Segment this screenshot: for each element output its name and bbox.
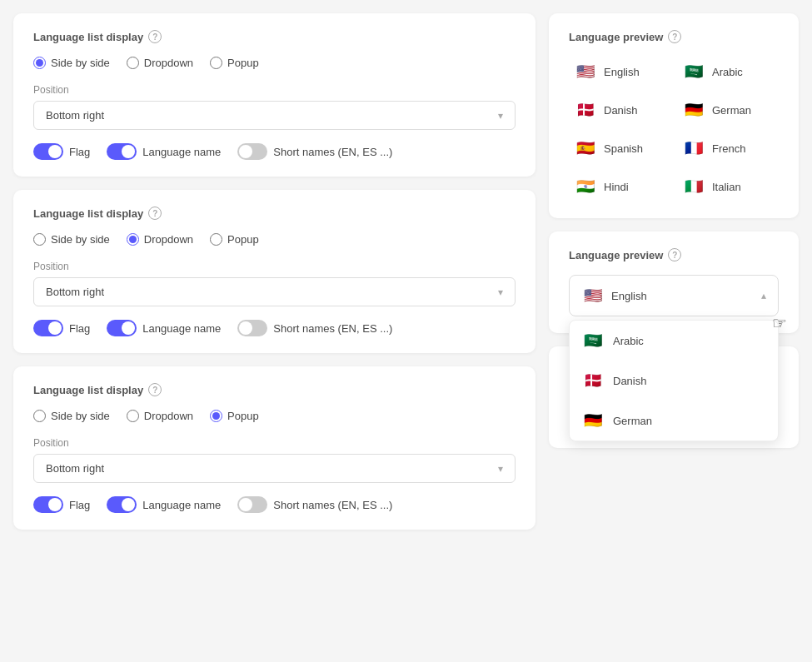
panel2-title-text: Language list display [33, 207, 143, 220]
list-item[interactable]: 🇮🇳 Hindi [569, 172, 670, 202]
preview1-title-text: Language preview [569, 31, 663, 43]
panel2-radio-popup[interactable]: Popup [210, 233, 259, 246]
panel2-chevron-icon: ▾ [498, 286, 503, 298]
english-flag: 🇺🇸 [574, 60, 597, 83]
panel3-radio-dropdown[interactable]: Dropdown [127, 410, 193, 422]
panel1-radio-side-by-side[interactable]: Side by side [33, 57, 110, 69]
preview1-lang-grid: 🇺🇸 English 🇸🇦 Arabic 🇩🇰 Danish 🇩🇪 German [569, 57, 779, 202]
french-flag: 🇫🇷 [682, 137, 705, 160]
preview-side-by-side: Language preview ? 🇺🇸 English 🇸🇦 Arabic … [549, 13, 799, 218]
panel3-position-select[interactable]: Bottom right ▾ [33, 454, 516, 483]
panel2-radio-group: Side by side Dropdown Popup [33, 233, 516, 246]
cursor-pointer: ☞ [772, 313, 787, 333]
list-item[interactable]: 🇩🇪 German [570, 401, 778, 441]
list-item[interactable]: 🇺🇸 English [569, 57, 670, 87]
panel1-radio-dropdown[interactable]: Dropdown [127, 57, 193, 69]
panel3-radio-popup[interactable]: Popup [210, 410, 259, 422]
preview2-title: Language preview ? [569, 248, 779, 261]
panel1-toggle-row: Flag Language name Short names (EN, ES .… [33, 143, 516, 160]
preview2-selected-flag: 🇺🇸 [581, 284, 605, 307]
list-item[interactable]: 🇩🇰 Danish [569, 95, 670, 125]
panel1-flag-switch[interactable] [33, 143, 63, 160]
panel1-shortnames-toggle[interactable]: Short names (EN, ES ...) [237, 143, 392, 160]
panel2-flag-toggle[interactable]: Flag [33, 320, 90, 336]
panel1-langname-switch[interactable] [107, 143, 137, 160]
italian-flag: 🇮🇹 [682, 175, 705, 198]
panel3-radio-side-by-side[interactable]: Side by side [33, 410, 110, 422]
panel3-toggle-row: Flag Language name Short names (EN, ES .… [33, 496, 516, 513]
panel-side-by-side: Language list display ? Side by side Dro… [13, 13, 536, 177]
panel3-title: Language list display ? [33, 383, 516, 396]
panel-popup: Language list display ? Side by side Dro… [13, 366, 536, 530]
preview2-title-text: Language preview [569, 249, 663, 261]
panel1-title-text: Language list display [33, 31, 143, 43]
list-item[interactable]: 🇫🇷 French [677, 133, 779, 163]
panel3-title-text: Language list display [33, 384, 143, 396]
panel1-help-icon[interactable]: ? [148, 30, 162, 43]
panel3-flag-toggle[interactable]: Flag [33, 496, 90, 513]
list-item[interactable]: 🇮🇹 Italian [677, 172, 779, 202]
panel3-radio-group: Side by side Dropdown Popup [33, 410, 516, 422]
panel2-shortnames-switch[interactable] [237, 320, 267, 336]
preview-dropdown: Language preview ? 🇺🇸 English ▴ ☞ 🇸🇦 [549, 231, 799, 333]
panel3-chevron-icon: ▾ [498, 463, 503, 475]
preview2-dropdown: 🇺🇸 English ▴ ☞ 🇸🇦 Arabic 🇩🇰 Danish [569, 275, 779, 316]
panel3-langname-switch[interactable] [107, 496, 137, 513]
list-item[interactable]: 🇪🇸 Spanish [569, 133, 670, 163]
list-item[interactable]: 🇩🇰 Danish [570, 361, 778, 401]
panel2-langname-toggle[interactable]: Language name [107, 320, 221, 336]
panel2-position-label: Position [33, 261, 516, 272]
list-item[interactable]: 🇸🇦 Arabic [677, 57, 779, 87]
panel2-title: Language list display ? [33, 207, 516, 220]
list-item[interactable]: 🇩🇪 German [677, 95, 779, 125]
panel2-flag-switch[interactable] [33, 320, 63, 336]
preview2-chevron-icon: ▴ [761, 290, 766, 301]
panel1-position-label: Position [33, 84, 516, 96]
panel3-shortnames-switch[interactable] [237, 496, 267, 513]
panel2-langname-switch[interactable] [107, 320, 137, 336]
hindi-flag: 🇮🇳 [574, 175, 597, 198]
panel2-radio-dropdown[interactable]: Dropdown [127, 233, 193, 246]
panel1-flag-toggle[interactable]: Flag [33, 143, 90, 160]
dropdown-menu: 🇸🇦 Arabic 🇩🇰 Danish 🇩🇪 German [569, 320, 779, 441]
panel2-radio-side-by-side[interactable]: Side by side [33, 233, 110, 246]
panel3-help-icon[interactable]: ? [148, 383, 162, 396]
panel1-langname-toggle[interactable]: Language name [107, 143, 221, 160]
panel3-position-label: Position [33, 437, 516, 449]
panel1-radio-popup[interactable]: Popup [210, 57, 259, 69]
preview2-help-icon[interactable]: ? [668, 248, 681, 261]
panel1-position-select[interactable]: Bottom right ▾ [33, 101, 516, 130]
panel1-chevron-icon: ▾ [498, 110, 503, 122]
arabic-flag: 🇸🇦 [682, 60, 705, 83]
panel1-radio-group: Side by side Dropdown Popup [33, 57, 516, 69]
dropdown-danish-flag: 🇩🇰 [581, 369, 605, 392]
panel1-title: Language list display ? [33, 30, 516, 43]
preview2-selected-name: English [611, 290, 647, 302]
german-flag: 🇩🇪 [682, 98, 705, 122]
panel2-position-select[interactable]: Bottom right ▾ [33, 277, 516, 306]
dropdown-german-flag: 🇩🇪 [581, 409, 605, 432]
panel1-shortnames-switch[interactable] [237, 143, 267, 160]
panel3-flag-switch[interactable] [33, 496, 63, 513]
panel2-shortnames-toggle[interactable]: Short names (EN, ES ...) [237, 320, 392, 336]
panel2-toggle-row: Flag Language name Short names (EN, ES .… [33, 320, 516, 336]
panel2-help-icon[interactable]: ? [148, 207, 162, 220]
preview1-help-icon[interactable]: ? [668, 30, 681, 43]
spanish-flag: 🇪🇸 [574, 137, 597, 160]
preview1-title: Language preview ? [569, 30, 779, 43]
panel3-langname-toggle[interactable]: Language name [107, 496, 221, 513]
panel-dropdown: Language list display ? Side by side Dro… [13, 190, 536, 353]
panel3-shortnames-toggle[interactable]: Short names (EN, ES ...) [237, 496, 392, 513]
dropdown-arabic-flag: 🇸🇦 [581, 329, 605, 352]
danish-flag: 🇩🇰 [574, 98, 597, 122]
dropdown-trigger[interactable]: 🇺🇸 English ▴ [569, 275, 779, 316]
list-item[interactable]: 🇸🇦 Arabic [570, 321, 778, 361]
